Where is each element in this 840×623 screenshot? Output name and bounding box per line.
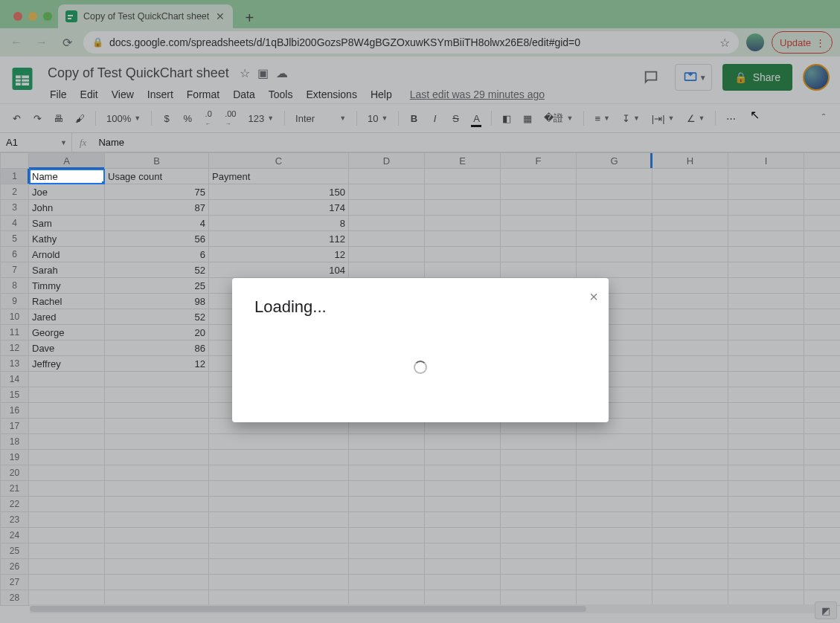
cell[interactable]: Name [29,169,105,184]
spinner-icon [414,361,427,374]
loading-modal: Loading... × [232,278,609,422]
modal-title: Loading... [254,297,586,317]
modal-close-button[interactable]: × [589,288,598,306]
